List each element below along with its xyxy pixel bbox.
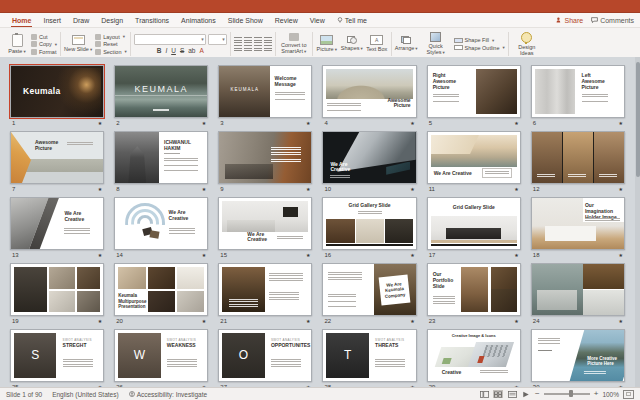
new-slide-button[interactable]: New Slide xyxy=(64,35,92,53)
transition-star-icon[interactable]: ★ xyxy=(202,319,206,324)
transition-star-icon[interactable]: ★ xyxy=(514,121,518,126)
comments-button[interactable]: Comments xyxy=(591,17,634,24)
transition-star-icon[interactable]: ★ xyxy=(98,253,102,258)
slide-indicator[interactable]: Slide 1 of 90 xyxy=(6,391,42,398)
font-style-button-u[interactable]: U xyxy=(170,47,177,54)
slide-thumbnail-7[interactable]: Awesome Picture xyxy=(10,131,104,184)
slide-thumbnail-16[interactable]: Grid Gallery Slide xyxy=(322,197,416,250)
slide-thumbnail-17[interactable]: Grid Gallery Slide xyxy=(427,197,521,250)
reset-button[interactable]: Reset xyxy=(95,41,127,47)
slide-thumbnail-9[interactable] xyxy=(218,131,312,184)
slide-show-button[interactable] xyxy=(521,390,531,398)
align-center-button[interactable] xyxy=(244,45,252,51)
picture-button[interactable]: Picture xyxy=(316,35,338,53)
slide-thumbnail-21[interactable] xyxy=(218,263,312,316)
transition-star-icon[interactable]: ★ xyxy=(98,187,102,192)
slide-thumbnail-27[interactable]: O SWOT ANALYSIS OPPORTUNITES xyxy=(218,329,312,382)
font-style-button-s[interactable]: S xyxy=(179,47,185,54)
tab-home[interactable]: Home xyxy=(6,13,37,27)
slide-thumbnail-20[interactable]: Keumala Multipurpose Presentation xyxy=(114,263,208,316)
transition-star-icon[interactable]: ★ xyxy=(514,253,518,258)
transition-star-icon[interactable]: ★ xyxy=(306,253,310,258)
indent-decrease-button[interactable] xyxy=(254,37,262,43)
slide-thumbnail-19[interactable] xyxy=(10,263,104,316)
slide-thumbnail-3[interactable]: KEUMALA Welcome Message xyxy=(218,65,312,118)
slide-thumbnail-4[interactable]: Awesome Picture xyxy=(322,65,416,118)
slide-thumbnail-24[interactable] xyxy=(531,263,625,316)
font-style-button-b[interactable]: B xyxy=(156,47,163,54)
language-indicator[interactable]: English (United States) xyxy=(52,391,118,398)
shape-outline-button[interactable]: Shape Outline xyxy=(454,45,505,51)
transition-star-icon[interactable]: ★ xyxy=(98,319,102,324)
zoom-slider-thumb[interactable] xyxy=(569,390,573,397)
slide-thumbnail-29[interactable]: Creative Image & Icons Creative xyxy=(427,329,521,382)
transition-star-icon[interactable]: ★ xyxy=(514,319,518,324)
tab-view[interactable]: View xyxy=(304,13,331,27)
slide-thumbnail-10[interactable]: We Are Creative xyxy=(322,131,416,184)
slide-thumbnail-1[interactable]: Keumala xyxy=(10,65,104,118)
align-right-button[interactable] xyxy=(254,45,262,51)
tab-transitions[interactable]: Transitions xyxy=(129,13,175,27)
layout-button[interactable]: Layout xyxy=(95,34,127,40)
transition-star-icon[interactable]: ★ xyxy=(202,253,206,258)
numbering-button[interactable] xyxy=(244,37,252,43)
font-style-button-i[interactable]: I xyxy=(164,47,168,54)
tab-insert[interactable]: Insert xyxy=(37,13,67,27)
slide-thumbnail-28[interactable]: T SWOT ANALYSIS THREATS xyxy=(322,329,416,382)
indent-increase-button[interactable] xyxy=(264,37,272,43)
slide-thumbnail-30[interactable]: More Creative Picture Here xyxy=(531,329,625,382)
font-size-combobox[interactable] xyxy=(208,34,227,45)
justify-button[interactable] xyxy=(264,45,272,51)
convert-to-smartart-button[interactable]: Convert to SmartArt xyxy=(279,33,309,55)
fit-slide-to-window-button[interactable] xyxy=(623,390,634,399)
copy-button[interactable]: Copy xyxy=(31,41,57,47)
slide-sorter-view-button[interactable] xyxy=(493,390,503,398)
slide-thumbnail-22[interactable]: We Are Keumala Company xyxy=(322,263,416,316)
slide-sorter-canvas[interactable]: Keumala1★ KEUMALA 2★ KEUMALA Welcome Mes… xyxy=(0,57,640,388)
shape-fill-button[interactable]: Shape Fill xyxy=(454,37,505,43)
slide-thumbnail-11[interactable]: We Are Creative xyxy=(427,131,521,184)
transition-star-icon[interactable]: ★ xyxy=(410,121,414,126)
tab-slide-show[interactable]: Slide Show xyxy=(222,13,269,27)
slide-thumbnail-8[interactable]: Ichwanul Hakim xyxy=(114,131,208,184)
transition-star-icon[interactable]: ★ xyxy=(202,187,206,192)
slide-thumbnail-2[interactable]: KEUMALA xyxy=(114,65,208,118)
tab-animations[interactable]: Animations xyxy=(175,13,222,27)
transition-star-icon[interactable]: ★ xyxy=(619,253,623,258)
zoom-in-button[interactable]: + xyxy=(594,390,599,398)
transition-star-icon[interactable]: ★ xyxy=(306,187,310,192)
zoom-percentage[interactable]: 100% xyxy=(602,391,619,398)
cut-button[interactable]: Cut xyxy=(31,34,57,40)
share-button[interactable]: Share xyxy=(556,17,583,24)
slide-thumbnail-5[interactable]: Right Awesome Picture xyxy=(427,65,521,118)
normal-view-button[interactable] xyxy=(479,390,489,398)
tab-draw[interactable]: Draw xyxy=(67,13,95,27)
vertical-scrollbar[interactable] xyxy=(635,57,640,388)
transition-star-icon[interactable]: ★ xyxy=(619,319,623,324)
slide-thumbnail-18[interactable]: Our Imagination Holder Image xyxy=(531,197,625,250)
transition-star-icon[interactable]: ★ xyxy=(306,121,310,126)
bullets-button[interactable] xyxy=(234,37,242,43)
quick-styles-button[interactable]: Quick Styles xyxy=(421,32,451,56)
slide-thumbnail-23[interactable]: Our Portfolio Slide xyxy=(427,263,521,316)
design-ideas-button[interactable]: Design Ideas xyxy=(512,32,542,56)
text-box-button[interactable]: AText Box xyxy=(366,35,388,52)
transition-star-icon[interactable]: ★ xyxy=(514,187,518,192)
align-left-button[interactable] xyxy=(234,45,242,51)
reading-view-button[interactable] xyxy=(507,390,517,398)
slide-thumbnail-26[interactable]: W SWOT ANALYSIS WEAKNESS xyxy=(114,329,208,382)
transition-star-icon[interactable]: ★ xyxy=(619,121,623,126)
transition-star-icon[interactable]: ★ xyxy=(98,121,102,126)
transition-star-icon[interactable]: ★ xyxy=(306,319,310,324)
tab-design[interactable]: Design xyxy=(95,13,129,27)
format-painter-button[interactable]: Format xyxy=(31,49,57,55)
font-name-combobox[interactable] xyxy=(134,34,206,45)
paste-button[interactable]: Paste xyxy=(6,34,28,55)
arrange-button[interactable]: Arrange xyxy=(395,36,418,52)
section-button[interactable]: Section xyxy=(95,49,127,55)
transition-star-icon[interactable]: ★ xyxy=(410,253,414,258)
zoom-slider[interactable] xyxy=(544,393,590,395)
shapes-button[interactable]: Shapes xyxy=(341,36,363,52)
accessibility-checker[interactable]: Accessibility: Investigate xyxy=(129,391,207,398)
font-style-button-a[interactable]: A xyxy=(198,47,204,54)
